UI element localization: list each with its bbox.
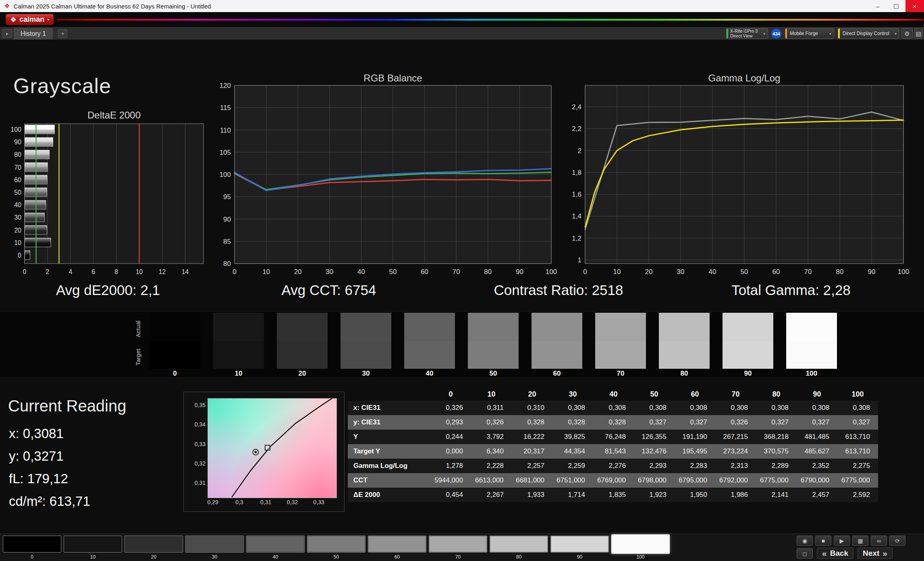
level-button-50[interactable]	[307, 536, 365, 553]
target-swatch	[404, 341, 455, 369]
app-icon: ❖	[4, 2, 10, 10]
table-cell: 6790,000	[797, 473, 837, 488]
cie-x-tick: 0,31	[257, 499, 275, 505]
cie-y-tick: 0,31	[186, 480, 206, 486]
svg-text:100: 100	[10, 126, 21, 133]
daylight-locus	[232, 399, 334, 497]
target-swatch	[532, 341, 582, 369]
calman-logo-icon: ❖	[10, 15, 17, 24]
table-cell: 0,308	[715, 401, 756, 415]
panel-icon[interactable]: ▤	[914, 28, 923, 39]
svg-text:8: 8	[114, 268, 118, 275]
level-button-100[interactable]	[611, 534, 670, 554]
bottom-bar: 0102030405060708090100 ◉■▶▦∞⟳ ◻ « Back N…	[0, 534, 924, 561]
table-cell: 2,293	[634, 459, 675, 473]
cie-y-tick: 0,34	[186, 421, 206, 428]
svg-text:70: 70	[804, 268, 812, 276]
table-cell: 0,454	[430, 488, 471, 502]
table-cell: 6792,000	[715, 473, 756, 488]
svg-text:2: 2	[578, 147, 581, 155]
svg-text:90: 90	[516, 268, 523, 276]
level-button-20[interactable]	[125, 536, 183, 553]
svg-text:1,4: 1,4	[572, 212, 581, 220]
next-button[interactable]: Next »	[858, 548, 893, 559]
svg-text:6: 6	[91, 268, 95, 275]
history-expander-button[interactable]: ▸	[2, 29, 12, 38]
level-button-60[interactable]	[368, 536, 426, 553]
add-tab-button[interactable]: +	[58, 29, 67, 38]
table-cell: 1,986	[715, 488, 756, 502]
display-control-label: Direct Display Control	[840, 31, 892, 36]
table-cell: 5944,000	[430, 473, 471, 488]
table-cell: 2,276	[593, 459, 634, 473]
meter-selector-label: X-Rite i1Pro 3 Direct View	[728, 29, 760, 38]
swatch-level-label: 100	[786, 370, 837, 378]
svg-text:85: 85	[223, 238, 231, 245]
swatch-level-label: 60	[532, 370, 582, 378]
refresh-icon[interactable]: ⟳	[889, 536, 905, 546]
svg-text:70: 70	[14, 164, 21, 171]
table-cell: 0,327	[756, 415, 797, 430]
reading-cdm2: cd/m²: 613,71	[9, 490, 90, 513]
svg-text:40: 40	[14, 202, 21, 208]
meter-count-badge[interactable]: 434	[771, 29, 781, 39]
target-swatch	[341, 341, 391, 369]
table-cell: 0,328	[593, 415, 634, 430]
table-cell: 6,340	[471, 444, 512, 459]
swatch-level-label: 70	[595, 370, 646, 378]
table-col-header: 0	[430, 388, 471, 401]
stop-icon[interactable]: ■	[815, 536, 831, 546]
table-cell: 6681,000	[512, 473, 552, 488]
gear-icon[interactable]: ⚙	[901, 28, 913, 39]
display-icon[interactable]: ◉	[797, 536, 813, 546]
table-cell: 0,327	[634, 415, 675, 430]
table-cell: 1,933	[512, 488, 552, 502]
grayscale-swatch-30	[341, 313, 391, 369]
minimize-button[interactable]: –	[868, 0, 887, 12]
save-icon[interactable]: ▦	[852, 536, 868, 546]
continuous-icon[interactable]: ∞	[871, 536, 887, 546]
svg-text:10: 10	[613, 268, 621, 276]
level-button-0[interactable]	[3, 536, 61, 553]
table-cell: 0,327	[797, 415, 837, 430]
display-control-button[interactable]: Direct Display Control ▾	[838, 28, 899, 39]
level-button-10[interactable]	[64, 536, 122, 553]
grayscale-swatch-0	[150, 313, 200, 369]
table-cell: 39,825	[552, 430, 593, 444]
svg-text:10: 10	[14, 239, 21, 246]
layout-toggle-button[interactable]: ◻	[797, 548, 813, 559]
grayscale-swatch-60	[532, 313, 582, 369]
svg-text:40: 40	[357, 268, 365, 276]
level-button-30[interactable]	[185, 536, 244, 553]
svg-text:2,4: 2,4	[572, 103, 581, 111]
table-col-header: 90	[797, 388, 837, 401]
calman-logo-button[interactable]: ❖ calman ▾	[6, 14, 54, 25]
table-cell: 0,311	[471, 401, 512, 415]
table-cell: 195,495	[675, 444, 715, 459]
tab-history-1[interactable]: History 1	[14, 28, 53, 39]
level-button-70[interactable]	[429, 536, 487, 553]
back-button[interactable]: « Back	[817, 548, 853, 559]
table-cell: 613,710	[837, 444, 878, 459]
table-col-header: 70	[715, 388, 756, 401]
level-button-label: 30	[185, 554, 244, 560]
svg-text:RGB Balance: RGB Balance	[363, 75, 422, 83]
svg-text:1,2: 1,2	[572, 235, 581, 242]
level-button-90[interactable]	[550, 536, 609, 553]
meter-selector-button[interactable]: X-Rite i1Pro 3 Direct View ▾	[726, 28, 768, 39]
level-button-80[interactable]	[490, 536, 548, 553]
contrast-ratio-summary: Contrast Ratio: 2518	[446, 282, 671, 302]
swatch-level-label: 50	[468, 370, 519, 378]
gamma-chart: 01020304050607080901002,42,221,81,61,41,…	[566, 75, 924, 278]
source-selector-button[interactable]: Mobile Forge ▾	[785, 28, 834, 39]
swatch-level-label: 10	[213, 370, 264, 378]
reading-fl: fL: 179,12	[9, 468, 90, 490]
play-icon[interactable]: ▶	[834, 536, 850, 546]
level-button-40[interactable]	[246, 536, 305, 553]
table-cell: 1,923	[634, 488, 675, 502]
grayscale-swatch-50	[468, 313, 519, 369]
close-button[interactable]: ×	[905, 0, 924, 12]
svg-text:0: 0	[583, 268, 587, 276]
maximize-button[interactable]: ▢	[887, 0, 905, 12]
svg-text:1,6: 1,6	[572, 191, 581, 198]
